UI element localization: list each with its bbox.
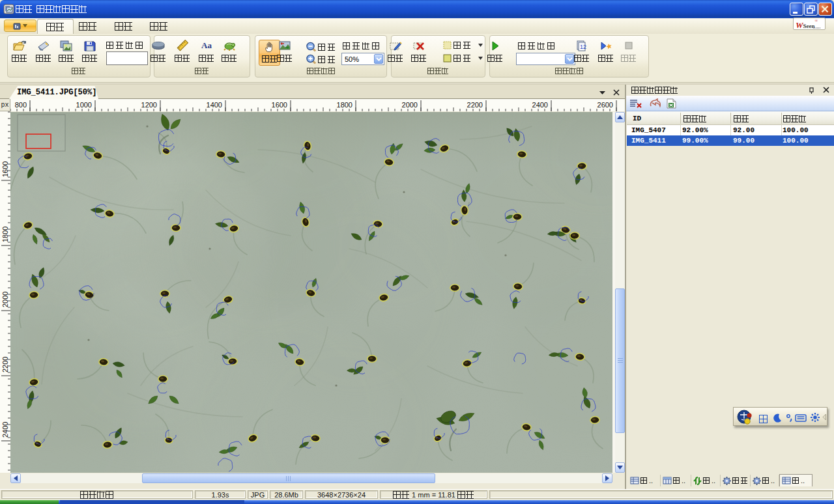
svg-text:2000: 2000: [402, 101, 418, 109]
svg-text:2600: 2600: [597, 101, 613, 109]
svg-text:2400: 2400: [532, 101, 548, 109]
svg-text:1000: 1000: [76, 101, 92, 109]
svg-text:1200: 1200: [141, 101, 157, 109]
svg-text:2200: 2200: [1, 357, 9, 372]
svg-text:1600: 1600: [272, 101, 287, 109]
svg-text:1800: 1800: [337, 101, 352, 109]
svg-text:800: 800: [15, 101, 27, 109]
svg-text:1800: 1800: [1, 227, 9, 242]
svg-text:1600: 1600: [1, 161, 9, 177]
svg-text:2400: 2400: [1, 422, 9, 438]
svg-text:2200: 2200: [467, 101, 483, 109]
svg-text:12: 12: [580, 44, 586, 50]
svg-text:1400: 1400: [207, 101, 222, 109]
svg-text:2000: 2000: [1, 292, 9, 307]
